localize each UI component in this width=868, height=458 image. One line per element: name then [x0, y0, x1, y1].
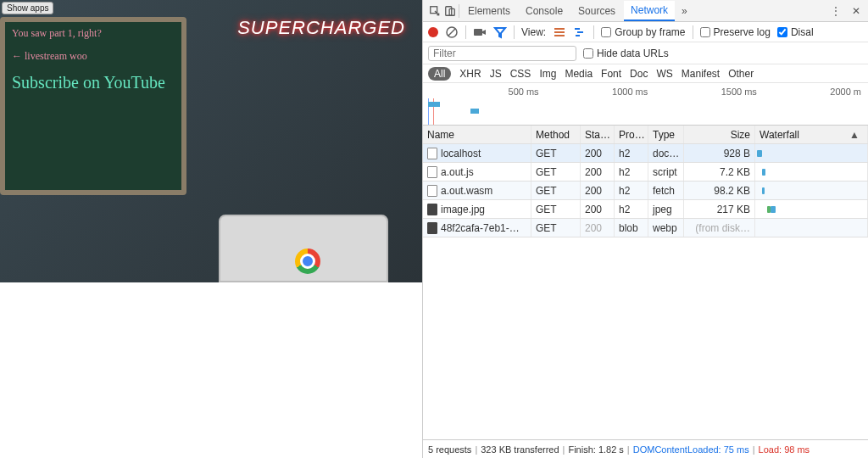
cell-method: GET: [531, 182, 581, 199]
cell-type: script: [648, 163, 684, 181]
col-size[interactable]: Size: [684, 126, 755, 143]
requests-table: Name Method Sta… Pro… Type Size Waterfal…: [423, 126, 868, 439]
separator: [593, 25, 594, 39]
filter-icon[interactable]: [493, 25, 507, 39]
file-icon: [427, 204, 437, 215]
file-icon: [427, 222, 437, 234]
type-all[interactable]: All: [428, 67, 451, 81]
tick-1500: 1500 ms: [721, 87, 757, 97]
record-button[interactable]: [428, 27, 438, 37]
large-rows-icon[interactable]: [553, 25, 566, 39]
cell-protocol: h2: [615, 163, 648, 181]
table-row[interactable]: 48f2cafa-7eb1-… GET 200 blob webp (from …: [423, 219, 868, 237]
tick-500: 500 ms: [509, 87, 539, 97]
tab-sources[interactable]: Sources: [571, 2, 622, 20]
tab-console[interactable]: Console: [519, 2, 570, 20]
type-filter-bar: All XHR JS CSS Img Media Font Doc WS Man…: [423, 64, 868, 83]
close-icon[interactable]: ✕: [849, 4, 863, 18]
type-js[interactable]: JS: [490, 68, 502, 80]
col-status[interactable]: Sta…: [581, 126, 615, 143]
sort-asc-icon: ▲: [849, 129, 860, 141]
cell-waterfall: [755, 144, 868, 162]
svg-rect-1: [446, 6, 452, 15]
col-waterfall[interactable]: Waterfall▲: [755, 126, 868, 143]
cell-name: a.out.js: [441, 166, 474, 178]
cell-method: GET: [531, 200, 581, 218]
table-header: Name Method Sta… Pro… Type Size Waterfal…: [423, 126, 868, 144]
timeline-overview[interactable]: 0 500 ms 1000 ms 1500 ms 2000 m: [423, 83, 868, 126]
cell-name: localhost: [441, 148, 481, 159]
preserve-log-label: Preserve log: [714, 26, 771, 38]
cell-type: webp: [648, 219, 684, 237]
col-method[interactable]: Method: [531, 126, 581, 143]
cell-name: 48f2cafa-7eb1-…: [441, 222, 520, 234]
cell-name: image.jpg: [441, 204, 485, 215]
device-toggle-icon[interactable]: [443, 4, 457, 18]
col-type[interactable]: Type: [648, 126, 684, 143]
table-row[interactable]: localhost GET 200 h2 doc… 928 B: [423, 144, 868, 163]
tab-network[interactable]: Network: [624, 1, 675, 21]
type-ws[interactable]: WS: [656, 68, 672, 80]
cell-method: GET: [531, 163, 581, 181]
waterfall-view-icon[interactable]: [573, 25, 587, 39]
video-thumbnail: Show apps You saw part 1, right? ← lives…: [0, 0, 422, 282]
status-bar: 5 requests | 323 KB transferred | Finish…: [423, 439, 868, 458]
neon-sign: SUPERCHARGED: [237, 17, 405, 39]
cell-protocol: blob: [615, 219, 648, 237]
group-by-frame-checkbox[interactable]: Group by frame: [601, 26, 685, 38]
type-img[interactable]: Img: [539, 68, 556, 80]
tab-elements[interactable]: Elements: [461, 2, 517, 20]
type-doc[interactable]: Doc: [630, 68, 648, 80]
devtools-tab-bar: Elements Console Sources Network » ⋮ ✕: [423, 0, 868, 22]
col-name[interactable]: Name: [423, 126, 531, 143]
col-protocol[interactable]: Pro…: [615, 126, 648, 143]
filter-input[interactable]: [428, 46, 576, 61]
cell-size: 217 KB: [684, 200, 755, 218]
group-by-frame-label: Group by frame: [615, 26, 685, 38]
hide-data-urls-checkbox[interactable]: Hide data URLs: [583, 47, 669, 59]
subscribe-text: Subscribe on YouTube: [5, 68, 181, 98]
type-other[interactable]: Other: [728, 68, 754, 80]
type-font[interactable]: Font: [601, 68, 621, 80]
svg-rect-7: [554, 35, 565, 36]
cell-type: fetch: [648, 182, 684, 199]
view-label: View:: [521, 26, 546, 38]
show-apps-button[interactable]: Show apps: [2, 2, 53, 14]
clear-icon[interactable]: [445, 25, 459, 39]
camera-icon[interactable]: [473, 25, 487, 39]
kebab-menu-icon[interactable]: ⋮: [829, 4, 843, 18]
status-load: Load: 98 ms: [759, 444, 810, 455]
cell-status: 200: [581, 144, 615, 162]
inspect-icon[interactable]: [428, 4, 442, 18]
preserve-log-checkbox[interactable]: Preserve log: [700, 26, 771, 38]
type-xhr[interactable]: XHR: [459, 68, 481, 80]
cell-type: doc…: [648, 144, 684, 162]
table-row[interactable]: a.out.js GET 200 h2 script 7.2 KB: [423, 163, 868, 182]
chalkboard: You saw part 1, right? ← livestream woo …: [0, 17, 186, 195]
cell-size: 7.2 KB: [684, 163, 755, 181]
status-transferred: 323 KB transferred: [481, 444, 559, 455]
cell-size: (from disk…: [684, 219, 755, 237]
separator: [459, 4, 459, 18]
file-icon: [427, 148, 437, 159]
separator: [514, 25, 515, 39]
table-row[interactable]: image.jpg GET 200 h2 jpeg 217 KB: [423, 200, 868, 219]
tick-2000: 2000 m: [830, 87, 861, 97]
type-media[interactable]: Media: [565, 68, 593, 80]
table-row[interactable]: a.out.wasm GET 200 h2 fetch 98.2 KB: [423, 182, 868, 200]
cell-method: GET: [531, 219, 581, 237]
cell-waterfall: [755, 163, 868, 181]
cell-type: jpeg: [648, 200, 684, 218]
cell-waterfall: [755, 182, 868, 199]
cell-status: 200: [581, 182, 615, 199]
status-domcontentloaded: DOMContentLoaded: 75 ms: [633, 444, 749, 455]
type-manifest[interactable]: Manifest: [682, 68, 720, 80]
tab-overflow[interactable]: »: [676, 2, 693, 20]
separator: [465, 25, 466, 39]
chalk-text-1: You saw part 1, right?: [5, 22, 181, 45]
type-css[interactable]: CSS: [510, 68, 531, 80]
file-icon: [427, 185, 437, 197]
status-requests: 5 requests: [428, 444, 471, 455]
cell-waterfall: [755, 200, 868, 218]
disable-cache-checkbox[interactable]: Disal: [777, 26, 814, 38]
